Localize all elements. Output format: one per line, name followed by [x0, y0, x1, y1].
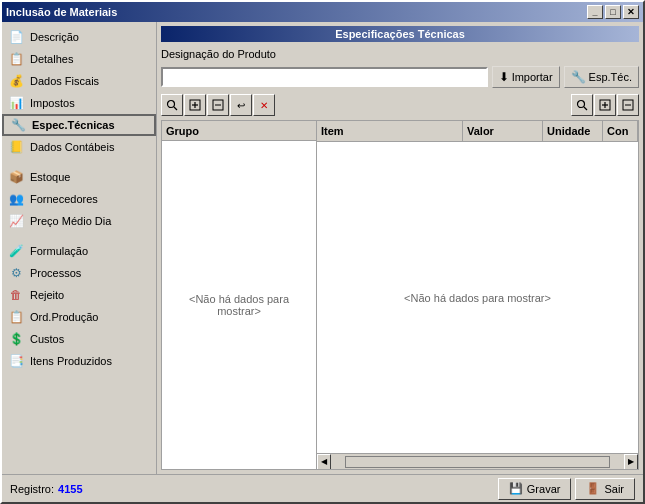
scroll-left-arrow[interactable]: ◀ [317, 454, 331, 470]
left-delete-button[interactable]: ✕ [253, 94, 275, 116]
left-undo-button[interactable]: ↩ [230, 94, 252, 116]
grupo-header: Grupo [162, 121, 316, 141]
sidebar-item-descricao[interactable]: 📄 Descrição [2, 26, 156, 48]
sidebar-item-formulacao[interactable]: 🧪 Formulação [2, 240, 156, 262]
sidebar-label-fornecedores: Fornecedores [30, 193, 98, 205]
sidebar: 📄 Descrição 📋 Detalhes 💰 Dados Fiscais 📊… [2, 22, 157, 474]
espec-tecnicas-icon: 🔧 [10, 117, 26, 133]
edit2-icon [622, 99, 634, 111]
add2-icon [599, 99, 611, 111]
sidebar-item-ord-producao[interactable]: 📋 Ord.Produção [2, 306, 156, 328]
right-panel: Item Valor Unidade Con <Não há dados par… [317, 121, 638, 469]
importar-icon: ⬇ [499, 70, 509, 84]
sidebar-label-dados-contabeis: Dados Contábeis [30, 141, 114, 153]
valor-header: Valor [463, 121, 543, 141]
sidebar-item-fornecedores[interactable]: 👥 Fornecedores [2, 188, 156, 210]
title-bar-buttons: _ □ ✕ [587, 5, 639, 19]
add-icon [189, 99, 201, 111]
sidebar-label-formulacao: Formulação [30, 245, 88, 257]
sidebar-label-ord-producao: Ord.Produção [30, 311, 98, 323]
gravar-button[interactable]: 💾 Gravar [498, 478, 572, 500]
sidebar-label-rejeito: Rejeito [30, 289, 64, 301]
sidebar-item-dados-fiscais[interactable]: 💰 Dados Fiscais [2, 70, 156, 92]
sidebar-label-espec-tecnicas: Espec.Técnicas [32, 119, 115, 131]
gravar-label: Gravar [527, 483, 561, 495]
sidebar-label-impostos: Impostos [30, 97, 75, 109]
sidebar-item-impostos[interactable]: 📊 Impostos [2, 92, 156, 114]
estoque-icon: 📦 [8, 169, 24, 185]
esp-tec-icon: 🔧 [571, 70, 586, 84]
registro-value: 4155 [58, 483, 82, 495]
formulacao-icon: 🧪 [8, 243, 24, 259]
right-empty-message: <Não há dados para mostrar> [317, 142, 638, 453]
sidebar-label-processos: Processos [30, 267, 81, 279]
magnify-icon [166, 99, 178, 111]
fornecedores-icon: 👥 [8, 191, 24, 207]
status-left: Registro: 4155 [10, 483, 83, 495]
detalhes-icon: 📋 [8, 51, 24, 67]
sidebar-label-dados-fiscais: Dados Fiscais [30, 75, 99, 87]
rejeito-icon: 🗑 [8, 287, 24, 303]
item-header: Item [317, 121, 463, 141]
sair-label: Sair [604, 483, 624, 495]
window-content: 📄 Descrição 📋 Detalhes 💰 Dados Fiscais 📊… [2, 22, 643, 474]
magnify2-icon [576, 99, 588, 111]
esp-tec-button[interactable]: 🔧 Esp.Téc. [564, 66, 639, 88]
unidade-header: Unidade [543, 121, 603, 141]
main-window: Inclusão de Materiais _ □ ✕ 📄 Descrição … [0, 0, 645, 504]
sidebar-item-detalhes[interactable]: 📋 Detalhes [2, 48, 156, 70]
scroll-right-arrow[interactable]: ▶ [624, 454, 638, 470]
ord-producao-icon: 📋 [8, 309, 24, 325]
minimize-button[interactable]: _ [587, 5, 603, 19]
svg-point-7 [578, 101, 585, 108]
sidebar-item-custos[interactable]: 💲 Custos [2, 328, 156, 350]
left-panel: Grupo <Não há dados paramostrar> [162, 121, 317, 469]
designacao-input[interactable] [161, 67, 488, 87]
right-add-button[interactable] [594, 94, 616, 116]
custos-icon: 💲 [8, 331, 24, 347]
sidebar-item-espec-tecnicas[interactable]: 🔧 Espec.Técnicas [2, 114, 156, 136]
split-area: Grupo <Não há dados paramostrar> Item Va… [161, 120, 639, 470]
processos-icon: ⚙ [8, 265, 24, 281]
dados-fiscais-icon: 💰 [8, 73, 24, 89]
edit-icon [212, 99, 224, 111]
esp-tec-label: Esp.Téc. [589, 71, 632, 83]
importar-label: Importar [512, 71, 553, 83]
delete-icon: ✕ [260, 100, 268, 111]
sidebar-item-dados-contabeis[interactable]: 📒 Dados Contábeis [2, 136, 156, 158]
sidebar-label-descricao: Descrição [30, 31, 79, 43]
right-edit-button[interactable] [617, 94, 639, 116]
main-panel: Especificações Técnicas Designação do Pr… [157, 22, 643, 474]
right-search-button[interactable] [571, 94, 593, 116]
sidebar-item-processos[interactable]: ⚙ Processos [2, 262, 156, 284]
left-toolbar: ↩ ✕ [161, 94, 275, 116]
scrollbar-track[interactable] [345, 456, 610, 468]
preco-icon: 📈 [8, 213, 24, 229]
sidebar-divider-2 [2, 232, 156, 240]
designacao-row: Designação do Produto [161, 48, 639, 60]
dados-contabeis-icon: 📒 [8, 139, 24, 155]
maximize-button[interactable]: □ [605, 5, 621, 19]
left-search-button[interactable] [161, 94, 183, 116]
sidebar-item-itens-produzidos[interactable]: 📑 Itens Produzidos [2, 350, 156, 372]
right-toolbar [571, 94, 639, 116]
grupo-empty-message: <Não há dados paramostrar> [162, 141, 316, 469]
sidebar-item-rejeito[interactable]: 🗑 Rejeito [2, 284, 156, 306]
sidebar-label-preco-medio: Preço Médio Dia [30, 215, 111, 227]
con-header: Con [603, 121, 638, 141]
designacao-label: Designação do Produto [161, 48, 276, 60]
left-edit-button[interactable] [207, 94, 229, 116]
sair-icon: 🚪 [586, 482, 600, 495]
sidebar-item-estoque[interactable]: 📦 Estoque [2, 166, 156, 188]
action-buttons-row: ↩ ✕ [161, 94, 639, 116]
importar-button[interactable]: ⬇ Importar [492, 66, 560, 88]
status-bar: Registro: 4155 💾 Gravar 🚪 Sair [2, 474, 643, 502]
close-button[interactable]: ✕ [623, 5, 639, 19]
sair-button[interactable]: 🚪 Sair [575, 478, 635, 500]
window-title: Inclusão de Materiais [6, 6, 117, 18]
gravar-icon: 💾 [509, 482, 523, 495]
undo-icon: ↩ [237, 100, 245, 111]
sidebar-label-custos: Custos [30, 333, 64, 345]
left-add-button[interactable] [184, 94, 206, 116]
sidebar-item-preco-medio[interactable]: 📈 Preço Médio Dia [2, 210, 156, 232]
